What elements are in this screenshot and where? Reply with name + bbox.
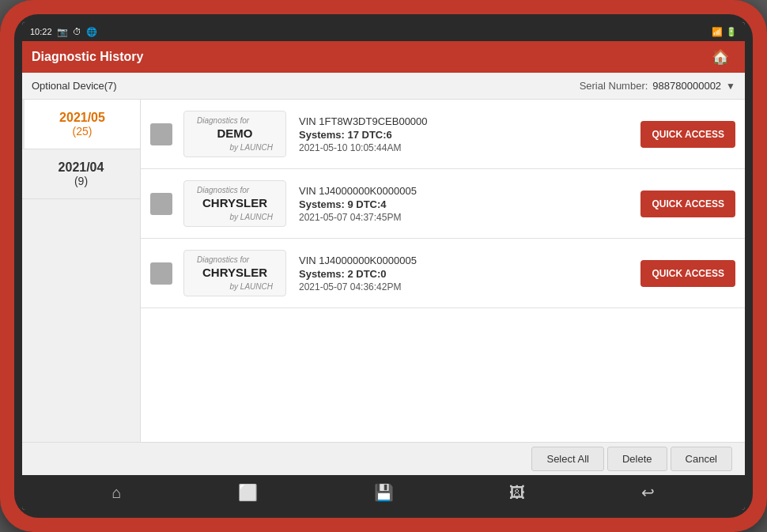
- by-launch-2: by LAUNCH: [197, 213, 273, 221]
- vin-2: VIN 1J4000000K0000005: [299, 185, 633, 197]
- timer-icon: ⏱: [73, 27, 81, 36]
- record-card-2: Diagnostics for CHRYSLER by LAUNCH: [183, 180, 286, 227]
- timestamp-3: 2021-05-07 04:36:42PM: [299, 281, 633, 292]
- wifi-icon: 📶: [712, 27, 723, 37]
- record-item-3: Diagnostics for CHRYSLER by LAUNCH VIN 1…: [141, 239, 745, 308]
- vehicle-name-3: CHRYSLER: [197, 266, 273, 279]
- quick-access-button-2[interactable]: QUICK ACCESS: [640, 191, 735, 217]
- record-card-3: Diagnostics for CHRYSLER by LAUNCH: [183, 250, 286, 296]
- nav-gallery-icon[interactable]: 🖼: [509, 484, 525, 502]
- diag-for-label-1: Diagnostics for: [197, 116, 273, 125]
- device-label: Optional Device(7): [32, 80, 117, 92]
- month-sidebar: 2021/05 (25) 2021/04 (9): [22, 100, 141, 442]
- vehicle-name-1: DEMO: [197, 126, 273, 140]
- record-checkbox-3[interactable]: [150, 262, 172, 285]
- record-item-2: Diagnostics for CHRYSLER by LAUNCH VIN 1…: [141, 169, 745, 239]
- battery-icon: 🔋: [726, 27, 737, 37]
- timestamp-1: 2021-05-10 10:05:44AM: [299, 142, 633, 153]
- dropdown-arrow-icon[interactable]: ▼: [726, 81, 735, 92]
- main-content: 2021/05 (25) 2021/04 (9) Diagnostics for: [22, 100, 745, 442]
- action-bar: Select All Delete Cancel: [22, 442, 745, 475]
- systems-3: Systems: 2 DTC:0: [299, 268, 633, 280]
- vin-1: VIN 1FT8W3DT9CEB00000: [299, 115, 633, 127]
- delete-button[interactable]: Delete: [607, 447, 667, 471]
- app-header: Diagnostic History 🏠: [22, 41, 745, 73]
- status-right: 📶 🔋: [712, 27, 737, 37]
- toolbar: Optional Device(7) Serial Number: 988780…: [22, 73, 745, 100]
- record-info-2: VIN 1J4000000K0000005 Systems: 9 DTC:4 2…: [299, 185, 633, 223]
- record-checkbox-1[interactable]: [150, 123, 172, 145]
- quick-access-button-1[interactable]: QUICK ACCESS: [640, 121, 735, 148]
- select-all-button[interactable]: Select All: [531, 447, 603, 471]
- diag-for-label-3: Diagnostics for: [197, 255, 273, 264]
- record-checkbox-2[interactable]: [150, 193, 172, 215]
- sidebar-item-apr[interactable]: 2021/04 (9): [22, 149, 140, 199]
- record-card-1: Diagnostics for DEMO by LAUNCH: [183, 111, 286, 157]
- quick-access-button-3[interactable]: QUICK ACCESS: [640, 260, 735, 287]
- month-may-count: (25): [32, 125, 132, 138]
- nav-bar: ⌂ ⬜ 💾 🖼 ↩: [22, 475, 745, 510]
- tablet-inner: 10:22 📷 ⏱ 🌐 📶 🔋 Diagnostic History 🏠 Opt…: [14, 14, 753, 518]
- systems-1: Systems: 17 DTC:6: [299, 129, 633, 141]
- cancel-button[interactable]: Cancel: [671, 447, 732, 471]
- record-info-3: VIN 1J4000000K0000005 Systems: 2 DTC:0 2…: [299, 255, 633, 292]
- record-info-1: VIN 1FT8W3DT9CEB00000 Systems: 17 DTC:6 …: [299, 115, 633, 153]
- serial-label: Serial Number:: [580, 80, 648, 92]
- globe-icon: 🌐: [86, 27, 97, 37]
- serial-value: 988780000002: [652, 80, 721, 92]
- nav-save-icon[interactable]: 💾: [374, 483, 394, 502]
- screen: 10:22 📷 ⏱ 🌐 📶 🔋 Diagnostic History 🏠 Opt…: [22, 22, 745, 510]
- camera-icon: 📷: [57, 27, 68, 37]
- by-launch-1: by LAUNCH: [197, 143, 273, 152]
- status-left: 10:22 📷 ⏱ 🌐: [30, 27, 97, 37]
- home-button[interactable]: 🏠: [705, 45, 735, 69]
- vehicle-name-2: CHRYSLER: [197, 196, 273, 209]
- month-apr-count: (9): [30, 175, 132, 187]
- month-may-label: 2021/05: [32, 111, 132, 125]
- month-apr-label: 2021/04: [30, 160, 132, 175]
- systems-2: Systems: 9 DTC:4: [299, 198, 633, 210]
- record-item: Diagnostics for DEMO by LAUNCH VIN 1FT8W…: [141, 100, 745, 169]
- serial-number-area: Serial Number: 988780000002 ▼: [580, 80, 735, 92]
- nav-back-icon[interactable]: ↩: [641, 483, 655, 502]
- records-list: Diagnostics for DEMO by LAUNCH VIN 1FT8W…: [141, 100, 745, 442]
- diag-for-label-2: Diagnostics for: [197, 186, 273, 194]
- tablet-device: 10:22 📷 ⏱ 🌐 📶 🔋 Diagnostic History 🏠 Opt…: [0, 0, 767, 532]
- vin-3: VIN 1J4000000K0000005: [299, 255, 633, 266]
- nav-home-icon[interactable]: ⌂: [111, 484, 121, 502]
- timestamp-2: 2021-05-07 04:37:45PM: [299, 212, 633, 223]
- time-display: 10:22: [30, 27, 52, 36]
- by-launch-3: by LAUNCH: [197, 282, 273, 291]
- sidebar-item-may[interactable]: 2021/05 (25): [22, 100, 140, 149]
- nav-apps-icon[interactable]: ⬜: [238, 483, 258, 502]
- page-title: Diagnostic History: [32, 50, 143, 64]
- status-bar: 10:22 📷 ⏱ 🌐 📶 🔋: [22, 22, 745, 41]
